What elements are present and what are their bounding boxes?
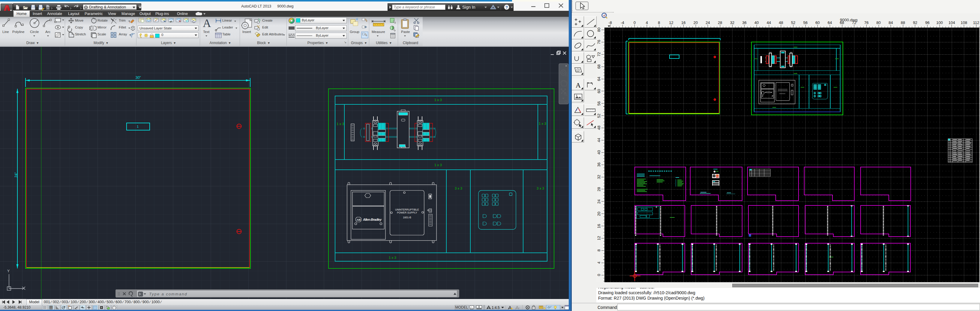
svg-text:1: 1 [137, 125, 138, 129]
svg-text:A: A [576, 81, 581, 89]
svg-text:1 x 3: 1 x 3 [434, 163, 442, 167]
svg-text:1 x 3: 1 x 3 [389, 256, 396, 259]
svg-text:3 x 3: 3 x 3 [537, 187, 544, 190]
svg-text:24": 24" [14, 172, 18, 178]
svg-text:POWER SUPPLY: POWER SUPPLY [397, 211, 417, 214]
svg-text:1 x 3: 1 x 3 [434, 98, 442, 102]
svg-text:Y: Y [7, 269, 10, 273]
svg-text:?: ? [506, 5, 508, 10]
svg-text:1601-B: 1601-B [403, 216, 411, 219]
svg-text:1 x 3: 1 x 3 [539, 122, 546, 125]
svg-text:UNINTERRUPTIBLE: UNINTERRUPTIBLE [395, 208, 419, 211]
svg-text:1 x 3: 1 x 3 [337, 122, 344, 126]
svg-text:3 x 3: 3 x 3 [455, 187, 462, 190]
svg-text:AB: AB [357, 218, 361, 221]
svg-text:30": 30" [135, 76, 141, 80]
svg-text:2D: 2D [565, 74, 568, 77]
svg-text:1:4.5: 1:4.5 [492, 306, 500, 310]
svg-text:Allen-Bradley: Allen-Bradley [363, 218, 382, 221]
